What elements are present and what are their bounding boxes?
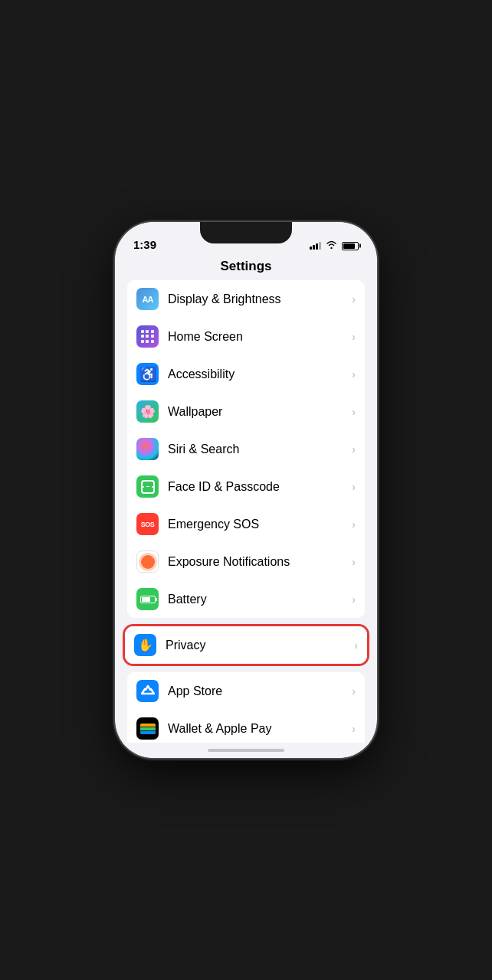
settings-group-2: App Store › Wallet & Apple Pay › — [127, 672, 365, 743]
appstore-label: App Store — [168, 684, 352, 698]
signal-icon — [310, 242, 321, 250]
exposure-label: Exposure Notifications — [168, 555, 352, 569]
wallet-label: Wallet & Apple Pay — [168, 722, 352, 736]
status-icons — [310, 240, 359, 251]
wallpaper-chevron: › — [352, 406, 356, 418]
settings-item-faceid[interactable]: Face ID & Passcode › — [127, 468, 365, 505]
siri-label: Siri & Search — [168, 443, 352, 456]
page-title: Settings — [220, 259, 271, 273]
privacy-chevron: › — [354, 639, 358, 652]
sos-icon: SOS — [136, 513, 159, 535]
privacy-icon: ✋ — [134, 634, 156, 656]
settings-item-exposure[interactable]: Exposure Notifications › — [127, 543, 365, 580]
settings-item-wallet[interactable]: Wallet & Apple Pay › — [127, 710, 365, 743]
accessibility-icon: ♿ — [136, 363, 159, 385]
exposure-chevron: › — [352, 556, 356, 568]
wallet-chevron: › — [352, 723, 356, 735]
wifi-icon — [326, 240, 337, 251]
settings-group-1: AA Display & Brightness › Home Screen — [127, 280, 365, 618]
home-indicator — [208, 749, 284, 752]
screen: 1:39 Settings — [115, 222, 377, 758]
appstore-icon — [136, 680, 159, 702]
homescreen-chevron: › — [352, 331, 356, 343]
accessibility-label: Accessibility — [168, 368, 352, 381]
notch — [200, 222, 292, 243]
exposure-icon — [136, 550, 159, 573]
display-label: Display & Brightness — [168, 292, 352, 306]
wallet-icon — [136, 717, 159, 740]
settings-item-accessibility[interactable]: ♿ Accessibility › — [127, 355, 365, 393]
faceid-icon — [136, 475, 159, 498]
settings-scroll[interactable]: AA Display & Brightness › Home Screen — [115, 280, 377, 743]
sos-chevron: › — [352, 518, 356, 531]
status-time: 1:39 — [133, 238, 156, 251]
settings-item-wallpaper[interactable]: 🌸 Wallpaper › — [127, 393, 365, 430]
sos-label: Emergency SOS — [168, 518, 352, 531]
appstore-chevron: › — [352, 685, 356, 697]
settings-item-appstore[interactable]: App Store › — [127, 672, 365, 710]
accessibility-chevron: › — [352, 368, 356, 381]
display-chevron: › — [352, 293, 356, 305]
wallpaper-icon: 🌸 — [136, 400, 159, 423]
homescreen-icon — [136, 325, 159, 348]
siri-icon — [136, 438, 159, 460]
phone-frame: 1:39 Settings — [115, 222, 377, 758]
homescreen-label: Home Screen — [168, 330, 352, 344]
faceid-label: Face ID & Passcode — [168, 480, 352, 494]
settings-item-siri[interactable]: Siri & Search › — [127, 430, 365, 468]
privacy-label: Privacy — [166, 639, 354, 652]
faceid-chevron: › — [352, 481, 356, 493]
home-bar — [115, 743, 377, 758]
settings-item-display[interactable]: AA Display & Brightness › — [127, 280, 365, 318]
nav-bar: Settings — [115, 256, 377, 280]
battery-chevron: › — [352, 593, 356, 606]
battery-icon — [136, 588, 159, 610]
battery-status-icon — [342, 242, 359, 250]
settings-item-privacy[interactable]: ✋ Privacy › — [125, 626, 367, 664]
settings-item-battery[interactable]: Battery › — [127, 580, 365, 618]
settings-item-homescreen[interactable]: Home Screen › — [127, 318, 365, 355]
status-bar: 1:39 — [115, 222, 377, 256]
siri-chevron: › — [352, 443, 356, 456]
display-icon: AA — [136, 288, 159, 310]
battery-label: Battery — [168, 593, 352, 606]
wallpaper-label: Wallpaper — [168, 405, 352, 419]
privacy-highlight: ✋ Privacy › — [123, 624, 369, 666]
settings-item-sos[interactable]: SOS Emergency SOS › — [127, 505, 365, 543]
